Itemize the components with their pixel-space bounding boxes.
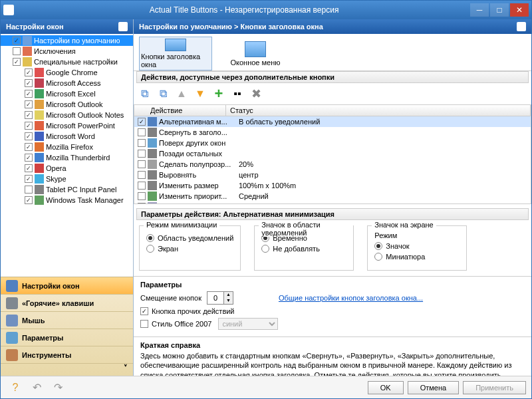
tree-node[interactable]: ✓Настройки по умолчанию: [1, 35, 133, 46]
apply-button[interactable]: Применить: [463, 381, 526, 394]
checkbox-icon[interactable]: ✓: [25, 79, 33, 87]
checkbox-icon[interactable]: [138, 182, 146, 190]
table-row[interactable]: Поверх других окон: [134, 138, 531, 148]
nav-button[interactable]: Мышь: [1, 312, 133, 329]
checkbox-icon[interactable]: ✓: [25, 154, 33, 162]
actions-toolbar: ⧉ ⧉ ▲ ▼ + ▪▪ ✖: [134, 83, 531, 104]
checkbox-icon[interactable]: [13, 47, 21, 55]
action-icon: [148, 117, 157, 126]
tree-node[interactable]: ✓Microsoft PowerPoint: [1, 120, 133, 131]
separator-icon[interactable]: ▪▪: [229, 86, 245, 102]
app-icon: [35, 164, 44, 173]
tree-node[interactable]: ✓Microsoft Outlook: [1, 99, 133, 110]
radio-option[interactable]: Экран: [146, 245, 233, 253]
nav-button[interactable]: Инструменты: [1, 346, 133, 364]
checkbox-icon[interactable]: [138, 150, 146, 158]
tree-node[interactable]: ✓Microsoft Excel: [1, 88, 133, 99]
radio-option[interactable]: Область уведомлений: [146, 234, 233, 242]
radio-option[interactable]: Не добавлять: [261, 245, 346, 253]
table-row[interactable]: Свернуть в заголо...: [134, 127, 531, 138]
up-arrow-icon[interactable]: ▲: [174, 86, 190, 102]
common-settings-link[interactable]: Общие настройки кнопок заголовка окна...: [279, 294, 423, 302]
param-groups: Режим минимизации Область уведомленийЭкр…: [134, 220, 531, 276]
tree-node[interactable]: ✓Skype: [1, 174, 133, 184]
tab[interactable]: Оконное меню: [219, 37, 292, 70]
checkbox-icon[interactable]: ✓: [25, 90, 33, 98]
minimize-button[interactable]: ─: [470, 3, 489, 17]
tree-node[interactable]: ✓Windows Task Manager: [1, 195, 133, 205]
close-button[interactable]: ✕: [510, 3, 529, 17]
app-icon: [3, 5, 14, 15]
checkbox-icon[interactable]: ✓: [138, 118, 146, 126]
tab[interactable]: Кнопки заголовка окна: [139, 37, 212, 70]
checkbox-icon[interactable]: [138, 139, 146, 147]
checkbox-icon[interactable]: [25, 186, 33, 194]
table-row[interactable]: ✓Альтернативная м...В область уведомлени…: [134, 116, 531, 127]
tab-icon: [245, 41, 266, 57]
table-row[interactable]: Призрак: [134, 201, 531, 204]
tree-node[interactable]: ✓Специальные настройки: [1, 57, 133, 67]
checkbox-icon[interactable]: ✓: [25, 143, 33, 151]
redo-icon[interactable]: ↷: [49, 380, 67, 396]
add-icon[interactable]: +: [211, 86, 227, 102]
tree-node[interactable]: ✓Microsoft Word: [1, 131, 133, 142]
app-icon: [35, 121, 44, 130]
copy-icon[interactable]: ⧉: [136, 86, 152, 102]
tree-node[interactable]: ✓Microsoft Access: [1, 78, 133, 88]
checkbox-icon[interactable]: ✓: [25, 68, 33, 76]
maximize-button[interactable]: □: [490, 3, 509, 17]
cancel-button[interactable]: Отмена: [408, 381, 459, 394]
paste-icon[interactable]: ⧉: [155, 86, 171, 102]
tree-node[interactable]: ✓Opera: [1, 163, 133, 174]
checkbox-icon[interactable]: ✓: [13, 37, 21, 45]
table-row[interactable]: Выровнятьцентр: [134, 170, 531, 180]
tree-node[interactable]: Исключения: [1, 46, 133, 57]
table-row[interactable]: Позади остальных: [134, 148, 531, 159]
checkbox-icon[interactable]: ✓: [25, 111, 33, 119]
nav-button[interactable]: «Горячие» клавиши: [1, 295, 133, 312]
delete-icon[interactable]: ✖: [248, 86, 264, 102]
radio-option[interactable]: Значок: [374, 242, 460, 250]
params-header: Параметры действия: Альтернативная миним…: [136, 208, 529, 220]
undo-icon[interactable]: ↶: [27, 380, 46, 396]
tree-node[interactable]: ✓Mozilla Firefox: [1, 142, 133, 152]
tree-node[interactable]: ✓Google Chrome: [1, 67, 133, 78]
checkbox-icon[interactable]: [138, 192, 146, 200]
actions-table[interactable]: ДействиеСтатус ✓Альтернативная м...В обл…: [134, 104, 531, 204]
breadcrumb: Настройки по умолчанию > Кнопки заголовк…: [139, 23, 323, 31]
checkbox-icon[interactable]: [138, 128, 146, 136]
nav-button[interactable]: Настройки окон: [1, 277, 133, 295]
group-screen-icon: Значок на экране Режим ЗначокМиниатюра: [367, 225, 467, 271]
tree-node[interactable]: ✓Mozilla Thunderbird: [1, 152, 133, 163]
checkbox-icon[interactable]: ✓: [25, 196, 33, 204]
panel-icon[interactable]: [517, 22, 526, 31]
tree-node[interactable]: Tablet PC Input Panel: [1, 184, 133, 195]
radio-option[interactable]: Миниатюра: [374, 253, 460, 261]
checkbox-icon[interactable]: ✓: [25, 175, 33, 183]
table-row[interactable]: Изменить приорит...Средний: [134, 191, 531, 201]
checkbox-icon[interactable]: ✓: [25, 132, 33, 140]
office-style-checkbox[interactable]: Стиль Office 2007 синий: [140, 318, 525, 330]
panel-icon[interactable]: [118, 22, 128, 31]
down-arrow-icon[interactable]: ▼: [192, 86, 208, 102]
checkbox-icon[interactable]: [138, 203, 146, 204]
actions-header: Действия, доступные через дополнительные…: [136, 71, 529, 83]
ok-button[interactable]: OK: [368, 381, 404, 394]
help-icon[interactable]: ?: [6, 380, 25, 396]
other-actions-checkbox[interactable]: ✓Кнопка прочих действий: [140, 307, 525, 315]
checkbox-icon[interactable]: ✓: [25, 164, 33, 172]
offset-spinner[interactable]: ▲▼: [207, 291, 233, 305]
nav-icon: [6, 297, 18, 309]
checkbox-icon[interactable]: [138, 160, 146, 168]
nav-more[interactable]: ˅: [1, 364, 133, 376]
checkbox-icon[interactable]: [138, 171, 146, 179]
table-row[interactable]: Изменить размер100%m x 100%m: [134, 180, 531, 191]
checkbox-icon[interactable]: ✓: [13, 58, 21, 66]
checkbox-icon[interactable]: ✓: [25, 100, 33, 108]
settings-tree[interactable]: ✓Настройки по умолчаниюИсключения✓Специа…: [1, 34, 133, 277]
table-row[interactable]: Сделать полупрозр...20%: [134, 159, 531, 170]
checkbox-icon[interactable]: ✓: [25, 122, 33, 130]
radio-icon: [261, 245, 269, 253]
tree-node[interactable]: ✓Microsoft Outlook Notes: [1, 110, 133, 120]
nav-button[interactable]: Параметры: [1, 329, 133, 346]
